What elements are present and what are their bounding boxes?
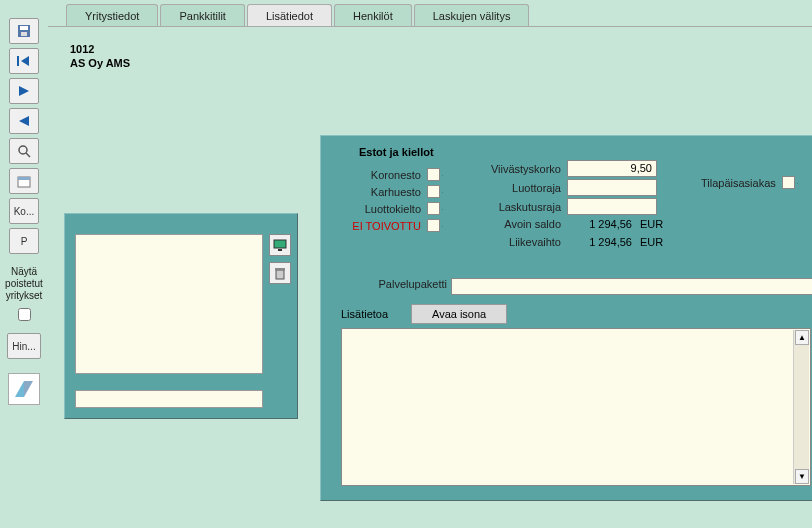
calendar-icon xyxy=(17,174,31,188)
palvelupaketti-label: Palvelupaketti xyxy=(357,278,447,290)
luottoraja-label: Luottoraja xyxy=(471,182,561,194)
trash-icon xyxy=(274,266,286,280)
scroll-down-button[interactable]: ▼ xyxy=(795,469,809,484)
ko-button[interactable]: Ko... xyxy=(9,198,39,224)
image-open-button[interactable] xyxy=(269,234,291,256)
luottoraja-input[interactable] xyxy=(567,179,657,196)
svg-marker-5 xyxy=(19,86,29,96)
scroll-up-button[interactable]: ▲ xyxy=(795,330,809,345)
svg-rect-15 xyxy=(276,270,284,279)
liikevaihto-value: 1 294,56 xyxy=(567,236,632,248)
laskutusraja-label: Laskutusraja xyxy=(471,201,561,213)
svg-marker-12 xyxy=(24,381,33,397)
ei-toivottu-checkbox[interactable] xyxy=(427,219,440,232)
tilapaisasiakas-label: Tilapäisasiakas xyxy=(701,177,776,189)
lisatietoa-textarea[interactable]: ▲ ▼ xyxy=(341,328,811,486)
tilapaisasiakas-checkbox[interactable] xyxy=(782,176,795,189)
floppy-icon xyxy=(17,24,31,38)
svg-marker-11 xyxy=(15,381,24,397)
karhuesto-label: Karhuesto xyxy=(331,186,421,198)
svg-rect-2 xyxy=(21,32,27,36)
avaa-isona-button[interactable]: Avaa isona xyxy=(411,304,507,324)
luottokielto-label: Luottokielto xyxy=(331,203,421,215)
image-path-input[interactable] xyxy=(75,390,263,408)
company-info: 1012 AS Oy AMS xyxy=(70,43,812,69)
zoom-button[interactable] xyxy=(9,138,39,164)
avoin-saldo-currency: EUR xyxy=(640,218,663,230)
svg-marker-6 xyxy=(19,116,29,126)
viivastyskorko-input[interactable]: 9,50 xyxy=(567,160,657,177)
show-deleted-label: Näytä poistetut yritykset xyxy=(0,266,48,302)
svg-line-8 xyxy=(26,153,30,157)
tab-henkilot[interactable]: Henkilöt xyxy=(334,4,412,26)
svg-rect-10 xyxy=(18,177,30,180)
arrow-right-icon xyxy=(17,85,31,97)
next-button[interactable] xyxy=(9,78,39,104)
details-panel: Estot ja kiellot Koronesto . Karhuesto .… xyxy=(320,135,812,501)
image-panel xyxy=(64,213,298,419)
svg-rect-13 xyxy=(274,240,286,248)
p-button[interactable]: P xyxy=(9,228,39,254)
koronesto-label: Koronesto xyxy=(331,169,421,181)
tab-lisatiedot[interactable]: Lisätiedot xyxy=(247,4,332,26)
svg-point-7 xyxy=(19,146,27,154)
tab-pankkitilit[interactable]: Pankkitilit xyxy=(160,4,244,26)
hin-button[interactable]: Hin... xyxy=(7,333,41,359)
tab-yritystiedot[interactable]: Yritystiedot xyxy=(66,4,158,26)
content-area: 1012 AS Oy AMS Estot ja kiellot xyxy=(48,26,812,528)
avoin-saldo-label: Avoin saldo xyxy=(471,218,561,230)
arrow-left-bar-icon xyxy=(17,55,31,67)
svg-rect-3 xyxy=(17,56,19,66)
viivastyskorko-label: Viivästyskorko xyxy=(471,163,561,175)
liikevaihto-label: Liikevaihto xyxy=(471,236,561,248)
svg-rect-16 xyxy=(275,268,285,270)
arrow-left-icon xyxy=(17,115,31,127)
palvelupaketti-input[interactable] xyxy=(451,278,812,295)
image-preview xyxy=(75,234,263,374)
left-toolbar: Ko... P Näytä poistetut yritykset Hin... xyxy=(0,0,48,528)
avoin-saldo-value: 1 294,56 xyxy=(567,218,632,230)
liikevaihto-currency: EUR xyxy=(640,236,663,248)
save-button[interactable] xyxy=(9,18,39,44)
svg-rect-14 xyxy=(278,249,282,251)
company-code: 1012 xyxy=(70,43,812,55)
calendar-button[interactable] xyxy=(9,168,39,194)
svg-marker-4 xyxy=(21,56,29,66)
tab-laskujen-valitys[interactable]: Laskujen välitys xyxy=(414,4,530,26)
scrollbar[interactable]: ▲ ▼ xyxy=(793,330,809,484)
show-deleted-checkbox[interactable] xyxy=(18,308,31,321)
magnifier-icon xyxy=(17,144,31,158)
tab-bar: Yritystiedot Pankkitilit Lisätiedot Henk… xyxy=(48,0,812,26)
luottokielto-checkbox[interactable] xyxy=(427,202,440,215)
svg-rect-1 xyxy=(20,26,28,30)
company-name: AS Oy AMS xyxy=(70,57,812,69)
image-delete-button[interactable] xyxy=(269,262,291,284)
wing-icon xyxy=(12,377,36,401)
karhuesto-checkbox[interactable] xyxy=(427,185,440,198)
prev-record-button[interactable] xyxy=(9,48,39,74)
prev-button[interactable] xyxy=(9,108,39,134)
koronesto-checkbox[interactable] xyxy=(427,168,440,181)
ei-toivottu-label: EI TOIVOTTU xyxy=(331,220,421,232)
lisatietoa-label: Lisätietoa xyxy=(341,308,388,320)
app-logo xyxy=(8,373,40,405)
laskutusraja-input[interactable] xyxy=(567,198,657,215)
monitor-icon xyxy=(273,238,287,252)
blocks-section-title: Estot ja kiellot xyxy=(359,146,434,158)
